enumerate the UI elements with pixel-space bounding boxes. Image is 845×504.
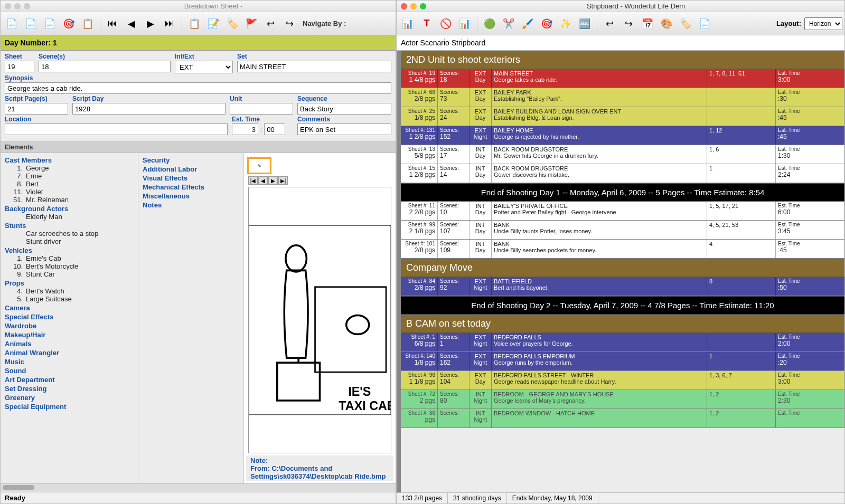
storyboard-thumb[interactable]: ✎ [247, 157, 271, 174]
tag-icon[interactable]: 🏷️ [223, 15, 241, 33]
minimize-icon[interactable] [14, 3, 21, 9]
color-icon[interactable]: 🎨 [658, 15, 675, 33]
est-m-input[interactable] [264, 123, 285, 135]
element-item[interactable]: Elderly Man [5, 213, 134, 221]
element-item[interactable]: 5.Large Suitcase [5, 295, 134, 303]
element-category[interactable]: Security [143, 156, 239, 164]
strip-row[interactable]: Sheet #: 251/8 pgsScenes:24EXTDayBAILEY … [401, 107, 844, 126]
sequence-input[interactable] [297, 103, 391, 115]
element-item[interactable]: 8.Bert [5, 180, 134, 188]
page-icon[interactable]: 📄 [3, 15, 21, 33]
tag-icon[interactable]: 🏷️ [677, 15, 694, 33]
redo-icon[interactable]: ↪ [280, 15, 298, 33]
zoom-icon[interactable] [420, 3, 426, 9]
scenes-input[interactable] [39, 61, 171, 72]
element-item[interactable]: 51.Mr. Reineman [5, 196, 134, 204]
element-category[interactable]: Special Effects [5, 313, 134, 321]
minimize-icon[interactable] [410, 3, 417, 9]
element-category[interactable]: Makeup/Hair [5, 331, 134, 339]
strip-row[interactable]: Sheet #: 722 pgsScenes:80INTNightBEDROOM… [401, 390, 844, 409]
element-item[interactable]: 1.Ernie's Cab [5, 254, 134, 262]
strip-row[interactable]: Sheet #: 842/8 pgsScenes:92EXTNightBATTL… [401, 277, 844, 296]
stripboard-banner[interactable]: 2ND Unit to shoot exteriors [401, 51, 844, 69]
element-item[interactable]: 11.Violet [5, 188, 134, 196]
calendar-icon[interactable]: 📅 [639, 15, 656, 33]
element-item[interactable]: Car screeches to a stop [5, 230, 134, 237]
element-category[interactable]: Vehicles [5, 246, 134, 254]
stripboard-banner[interactable]: End of Shooting Day 1 -- Monday, April 6… [401, 183, 844, 202]
target-icon[interactable]: 🎯 [538, 15, 556, 33]
strip-row[interactable]: Sheet #: 1012/8 pgsScenes:109INTDayBANKU… [401, 240, 844, 259]
zoom-icon[interactable] [24, 3, 30, 9]
strip-row[interactable]: Sheet #: 1401/8 pgsScenes:162EXTNightBED… [401, 352, 844, 371]
strip-icon[interactable]: 📊 [399, 15, 417, 33]
element-category[interactable]: Additional Labor [143, 165, 239, 173]
prev-icon[interactable]: ◀ [123, 15, 140, 33]
strip-row[interactable]: Sheet #: 662/8 pgsScenes:73EXTDayBAILEY … [401, 88, 844, 107]
element-category[interactable]: Props [5, 279, 134, 287]
element-category[interactable]: Miscellaneous [143, 192, 239, 200]
stripboard-banner[interactable]: End of Shooting Day 2 -- Tuesday, April … [401, 296, 844, 315]
cut-icon[interactable]: ✂️ [500, 15, 518, 33]
strip-row[interactable]: Sheet #: 16/8 pgsScenes:1EXTNightBEDFORD… [401, 333, 844, 352]
element-category[interactable]: Background Actors [5, 205, 134, 213]
sb-first-icon[interactable]: |◀ [248, 176, 258, 185]
sheet-input[interactable] [5, 61, 34, 72]
element-category[interactable]: Art Department [5, 376, 134, 384]
set-input[interactable] [237, 61, 391, 72]
stripboard-body[interactable]: 2ND Unit to shoot exteriorsSheet #: 191 … [397, 51, 844, 492]
sb-prev-icon[interactable]: ◀ [258, 176, 268, 185]
page2-icon[interactable]: 📄 [22, 15, 40, 33]
element-category[interactable]: Set Dressing [5, 385, 134, 393]
synopsis-input[interactable] [5, 82, 391, 94]
redo-icon[interactable]: ↪ [619, 15, 637, 33]
next-icon[interactable]: ▶ [142, 15, 159, 33]
pages-input[interactable] [5, 103, 68, 115]
intext-select[interactable]: EXT [175, 61, 233, 73]
close-icon[interactable] [5, 3, 11, 9]
strip2-icon[interactable]: 📊 [456, 15, 474, 33]
location-input[interactable] [5, 123, 228, 135]
element-category[interactable]: Camera [5, 304, 134, 312]
last-icon[interactable]: ⏭ [161, 15, 179, 33]
element-category[interactable]: Special Equipment [5, 403, 134, 411]
element-category[interactable]: Music [5, 358, 134, 366]
sort-icon[interactable]: 🔤 [576, 15, 594, 33]
element-category[interactable]: Visual Effects [143, 174, 239, 182]
strip-row[interactable]: Sheet #: 1311 2/8 pgsScenes:152EXTNightB… [401, 126, 844, 145]
element-category[interactable]: Stunts [5, 222, 134, 230]
close-icon[interactable] [401, 3, 407, 9]
strip-row[interactable]: Sheet #: 135/8 pgsScenes:17INTDayBACK RO… [401, 145, 844, 164]
element-category[interactable]: Animal Wrangler [5, 349, 134, 357]
first-icon[interactable]: ⏮ [104, 15, 121, 33]
brush-icon[interactable]: 🖌️ [519, 15, 537, 33]
page3-icon[interactable]: 📄 [41, 15, 59, 33]
stripboard-banner[interactable]: Company Move [401, 259, 844, 277]
element-category[interactable]: Mechanical Effects [143, 183, 239, 191]
element-item[interactable]: 7.Ernie [5, 172, 134, 180]
element-category[interactable]: Sound [5, 367, 134, 375]
layout-select[interactable]: Horizon [804, 17, 842, 30]
element-item[interactable]: 1.George [5, 164, 134, 172]
strip-row[interactable]: Sheet #: 961 1/8 pgsScenes:104EXTDayBEDF… [401, 371, 844, 390]
horizontal-scrollbar[interactable] [1, 483, 396, 492]
unit-input[interactable] [230, 103, 293, 115]
element-category[interactable]: Cast Members [5, 156, 134, 164]
noentry-icon[interactable]: 🚫 [437, 15, 455, 33]
element-category[interactable]: Wardrobe [5, 322, 134, 330]
est-h-input[interactable] [232, 123, 258, 135]
sb-next-icon[interactable]: ▶ [268, 176, 278, 185]
sb-last-icon[interactable]: ▶| [278, 176, 288, 185]
green-icon[interactable]: 🟢 [481, 15, 499, 33]
undo-icon[interactable]: ↩ [261, 15, 279, 33]
target-icon[interactable]: 🎯 [60, 15, 78, 33]
strip-row[interactable]: Sheet #: 112 2/8 pgsScenes:10INTDayBAILE… [401, 202, 844, 221]
element-category[interactable]: Notes [143, 201, 239, 209]
element-category[interactable]: Greenery [5, 394, 134, 402]
element-item[interactable]: 10.Bert's Motorcycle [5, 262, 134, 270]
comments-input[interactable] [297, 123, 391, 135]
element-category[interactable]: Animals [5, 340, 134, 348]
list-icon[interactable]: 📋 [185, 15, 203, 33]
element-item[interactable]: Stunt driver [5, 237, 134, 245]
wizard-icon[interactable]: ✨ [557, 15, 575, 33]
